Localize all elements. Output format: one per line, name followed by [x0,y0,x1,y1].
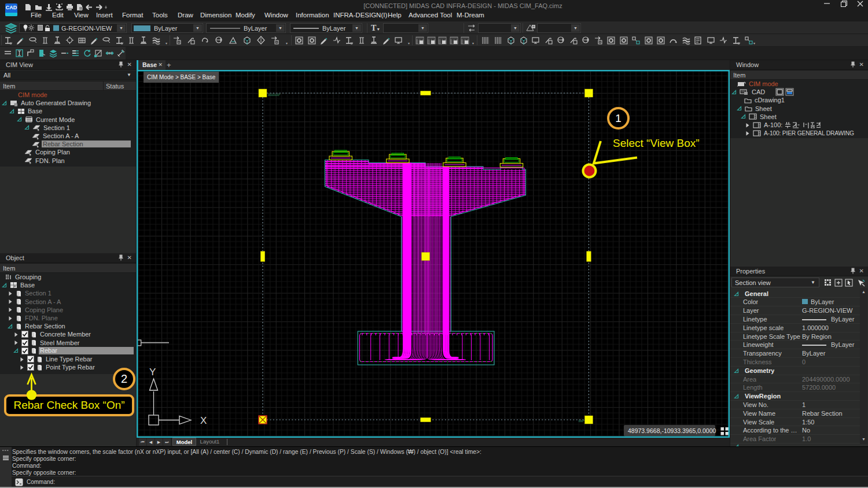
svg-text:0010100*: 0010100* [268,93,280,97]
svg-text:48973.9668,-10933.3965,0.0000: 48973.9668,-10933.3965,0.0000 [628,427,716,434]
svg-text:1: 1 [615,112,621,124]
svg-text:000*: 000* [579,419,584,423]
svg-text:Select “View Box”: Select “View Box” [613,137,700,149]
svg-text:X: X [200,415,207,426]
svg-text:Y: Y [149,367,156,378]
